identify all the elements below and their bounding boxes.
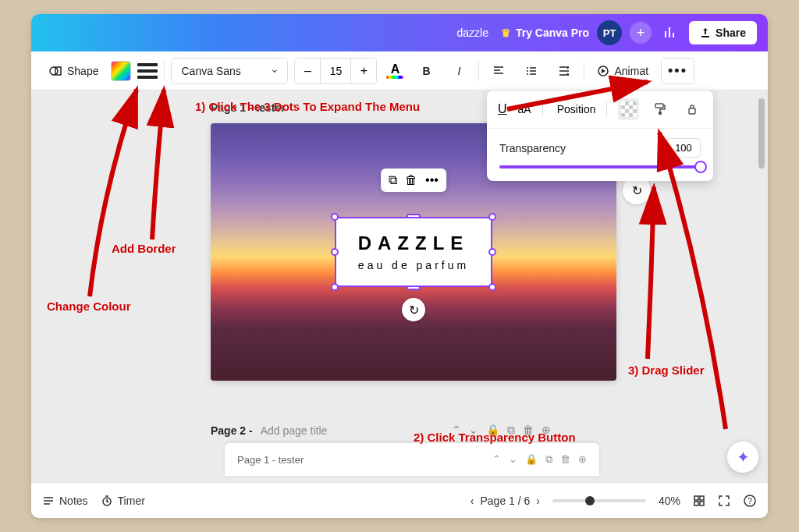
svg-rect-8 bbox=[689, 108, 695, 114]
transparency-label: Transparency bbox=[499, 142, 566, 154]
duplicate-icon[interactable]: ⧉ bbox=[507, 424, 515, 437]
font-family-select[interactable]: Canva Sans bbox=[171, 58, 288, 84]
clock-icon bbox=[101, 495, 113, 507]
separator bbox=[478, 61, 479, 81]
resize-handle[interactable] bbox=[331, 283, 339, 291]
svg-rect-6 bbox=[655, 104, 663, 108]
notes-button[interactable]: Notes bbox=[42, 495, 88, 507]
selected-text-element[interactable]: DAZZLE eau de parfum ↻ bbox=[335, 217, 493, 287]
lock-button[interactable] bbox=[681, 98, 702, 120]
add-page-icon[interactable]: ⊕ bbox=[578, 453, 587, 466]
magic-button[interactable]: ✦ bbox=[727, 442, 758, 473]
transparency-slider[interactable] bbox=[499, 165, 701, 168]
resize-handle[interactable] bbox=[488, 213, 496, 221]
svg-rect-13 bbox=[700, 502, 704, 505]
chevron-up-icon[interactable]: ⌃ bbox=[452, 424, 461, 437]
font-family-value: Canva Sans bbox=[181, 65, 240, 77]
shape-label: Shape bbox=[67, 65, 98, 77]
font-size-value[interactable]: 15 bbox=[320, 59, 351, 83]
align-icon bbox=[492, 65, 505, 77]
font-size-increase[interactable]: + bbox=[351, 59, 376, 83]
share-button[interactable]: Share bbox=[689, 21, 757, 44]
position-button[interactable]: Position bbox=[557, 103, 596, 115]
text-color-icon: A bbox=[391, 63, 400, 76]
text-element-title: DAZZLE bbox=[358, 232, 470, 254]
app-header: dazzle ♛ Try Canva Pro PT + Share bbox=[31, 14, 768, 51]
analytics-button[interactable] bbox=[659, 22, 681, 44]
fullscreen-button[interactable] bbox=[718, 495, 730, 507]
spacing-icon bbox=[558, 65, 570, 77]
element-more-icon[interactable]: ••• bbox=[425, 173, 439, 187]
transparency-slider-thumb[interactable] bbox=[694, 161, 707, 173]
resize-handle[interactable] bbox=[488, 283, 496, 291]
resize-handle[interactable] bbox=[407, 286, 421, 290]
transparency-button[interactable] bbox=[618, 98, 639, 120]
prev-page-button[interactable]: ‹ bbox=[471, 495, 474, 507]
paint-roller-icon bbox=[653, 102, 667, 116]
chevron-down-icon[interactable]: ⌄ bbox=[509, 453, 517, 466]
svg-rect-11 bbox=[700, 496, 704, 500]
help-icon: ? bbox=[743, 494, 757, 508]
page-1-label: Page 1 - tester bbox=[211, 101, 286, 114]
page-navigator: ‹ Page 1 / 6 › bbox=[471, 495, 540, 507]
border-style-button[interactable] bbox=[137, 61, 158, 81]
transparency-value[interactable]: 100 bbox=[666, 138, 701, 158]
zoom-slider-thumb[interactable] bbox=[585, 496, 595, 505]
vertical-scrollbar[interactable] bbox=[758, 98, 765, 474]
page-2-thumbnail-strip: Page 1 - tester ⌃ ⌄ 🔒 ⧉ 🗑 ⊕ bbox=[225, 443, 599, 476]
italic-button[interactable]: I bbox=[446, 58, 472, 84]
try-pro-label: Try Canva Pro bbox=[516, 27, 589, 39]
resize-handle[interactable] bbox=[407, 214, 421, 218]
upload-icon bbox=[700, 27, 711, 38]
resize-handle[interactable] bbox=[488, 248, 496, 256]
text-element-subtitle: eau de parfum bbox=[358, 259, 470, 271]
trash-icon[interactable]: 🗑 bbox=[405, 173, 417, 187]
add-page-icon[interactable]: ⊕ bbox=[542, 424, 551, 437]
timer-button[interactable]: Timer bbox=[101, 495, 145, 507]
grid-view-button[interactable] bbox=[693, 495, 705, 507]
align-button[interactable] bbox=[485, 58, 512, 84]
shape-icon bbox=[48, 64, 62, 78]
svg-rect-7 bbox=[659, 112, 662, 115]
document-title: dazzle bbox=[456, 27, 488, 39]
svg-point-0 bbox=[50, 67, 58, 75]
page-2-label: Page 2 - bbox=[211, 424, 253, 437]
avatar[interactable]: PT bbox=[597, 20, 622, 45]
trash-icon[interactable]: 🗑 bbox=[523, 424, 534, 437]
animate-button[interactable]: Animat bbox=[591, 58, 655, 84]
zoom-slider[interactable] bbox=[552, 499, 646, 502]
more-options-button[interactable]: ••• bbox=[661, 58, 694, 84]
list-icon bbox=[525, 65, 538, 77]
paint-button[interactable] bbox=[650, 98, 671, 120]
try-pro-button[interactable]: ♛ Try Canva Pro bbox=[501, 27, 589, 39]
spacing-button[interactable] bbox=[551, 58, 577, 84]
rotate-handle[interactable]: ↻ bbox=[402, 298, 425, 321]
font-size-stepper: – 15 + bbox=[294, 58, 377, 84]
add-member-button[interactable]: + bbox=[630, 22, 652, 44]
lock-icon[interactable]: 🔒 bbox=[525, 453, 538, 466]
chevron-up-icon[interactable]: ⌃ bbox=[492, 453, 501, 466]
svg-point-2 bbox=[527, 67, 528, 69]
bold-button[interactable]: B bbox=[413, 58, 439, 84]
lock-icon bbox=[686, 103, 698, 115]
separator bbox=[164, 61, 165, 81]
lock-icon[interactable]: 🔒 bbox=[486, 424, 499, 437]
resize-handle[interactable] bbox=[331, 248, 339, 256]
page-counter: Page 1 / 6 bbox=[480, 495, 530, 507]
duplicate-icon[interactable]: ⧉ bbox=[545, 453, 552, 466]
chevron-down-icon[interactable]: ⌄ bbox=[469, 424, 478, 437]
color-picker-button[interactable] bbox=[111, 61, 131, 81]
shape-button[interactable]: Shape bbox=[42, 58, 105, 84]
next-page-button[interactable]: › bbox=[536, 495, 540, 507]
duplicate-icon[interactable]: ⧉ bbox=[389, 173, 397, 187]
trash-icon[interactable]: 🗑 bbox=[560, 453, 570, 466]
resize-handle[interactable] bbox=[331, 213, 339, 221]
underline-button[interactable]: U bbox=[498, 102, 507, 116]
uppercase-button[interactable]: aA bbox=[518, 103, 531, 115]
text-color-button[interactable]: A bbox=[383, 63, 407, 79]
element-floating-toolbar: ⧉ 🗑 ••• bbox=[381, 168, 446, 192]
font-size-decrease[interactable]: – bbox=[295, 59, 320, 83]
list-button[interactable] bbox=[518, 58, 545, 84]
page-2-title-input[interactable]: Add page title bbox=[261, 424, 328, 437]
help-button[interactable]: ? bbox=[743, 494, 757, 508]
